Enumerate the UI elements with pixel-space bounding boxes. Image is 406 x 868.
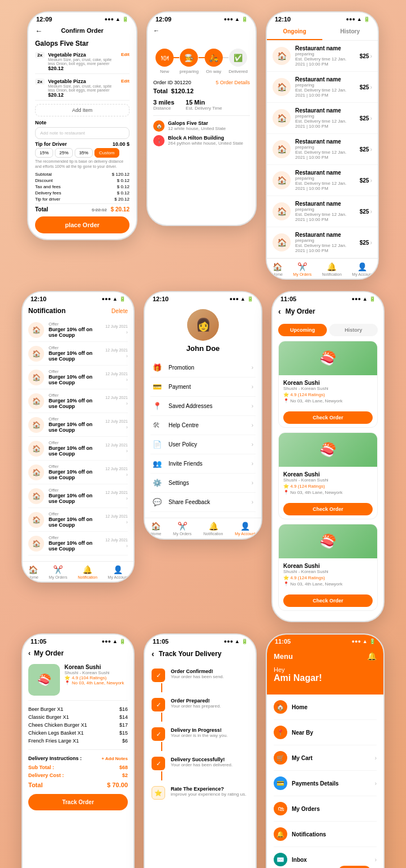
- settings-menu-item[interactable]: ⚙️ Settings ›: [150, 474, 256, 493]
- menu-item-payments[interactable]: 💳 Payments Details ›: [274, 771, 377, 796]
- status-bar-8: 11:05 ●●●▲🔋: [145, 635, 256, 646]
- help-centre-menu-item[interactable]: 🛠 Help Centre ›: [150, 416, 256, 435]
- notif-item[interactable]: 🏠 Offer Burger 10% off on use Coupp 12 J…: [28, 389, 128, 413]
- nav-notification-6[interactable]: 🔔Notification: [204, 522, 223, 536]
- note-label: Note: [35, 120, 129, 125]
- notif-item[interactable]: 🏠 Offer Burger 10% off on use Coupp 12 J…: [28, 461, 128, 484]
- notif-item[interactable]: 🏠 Offer Burger 10% off on use Coupp 12 J…: [28, 532, 128, 555]
- notif-item[interactable]: 🏠 Offer Burger 10% off on use Coupp 12 J…: [28, 508, 128, 532]
- bottom-nav-3: 🏠Home ✂️My Orders 🔔Notification 👤My Acco…: [267, 258, 378, 279]
- order-list-item[interactable]: 🏠 Restaurant name preparing Est. Deliver…: [267, 134, 378, 165]
- order-items-list: Beer Burger X1$16 Classic Burger X1$14 C…: [28, 705, 128, 745]
- track-order-button[interactable]: Track Order: [28, 794, 128, 810]
- order-list-item[interactable]: 🏠 Restaurant name preparing Est. Deliver…: [267, 103, 378, 134]
- back-icon-8[interactable]: ‹: [152, 649, 154, 658]
- menu-item-nearby[interactable]: 📍 Near By: [274, 720, 377, 745]
- order-item-2: 2x Vegetable Pizza Medium Size, pan, cru…: [35, 76, 129, 101]
- add-item-button[interactable]: Add Item: [35, 104, 129, 116]
- payment-menu-item[interactable]: 💳 Payment ›: [150, 377, 256, 397]
- place-order-button[interactable]: place Order: [35, 216, 129, 233]
- myorders-icon: 🛍: [274, 802, 287, 815]
- tab-ongoing[interactable]: Ongoing: [267, 24, 322, 40]
- back-icon-2[interactable]: ←: [153, 27, 159, 34]
- nav-myorders[interactable]: ✂️My Orders: [293, 262, 312, 276]
- phone-order-status: 12:09 ●●●▲🔋 ← 🍽 New 👨‍🍳 preparing: [146, 11, 257, 226]
- menu-item-cart[interactable]: 🛒 My Cart ›: [274, 745, 377, 771]
- order-list-item[interactable]: 🏠 Restaurant name preparing Est. Deliver…: [267, 165, 378, 196]
- note-input[interactable]: Add note to restaurant: [35, 127, 129, 139]
- item-qty-1: 2x: [35, 52, 45, 58]
- nav-home-4[interactable]: 🏠Home: [28, 565, 38, 579]
- back-icon-5[interactable]: ‹: [278, 307, 281, 316]
- promotion-menu-item[interactable]: 🎁 Promotion ›: [150, 358, 256, 377]
- order-list-item[interactable]: 🏠 Restaurant name preparing Est. Deliver…: [267, 41, 378, 72]
- tab-history-5[interactable]: History: [329, 324, 378, 336]
- time-stat: 15 Min Est. Delivery Time: [185, 99, 222, 111]
- promotion-icon: 🎁: [153, 363, 164, 372]
- tip-15[interactable]: 15%: [35, 148, 53, 158]
- nav-account-4[interactable]: 👤My Account: [108, 565, 128, 579]
- tip-35[interactable]: 35%: [75, 148, 93, 158]
- nav-account-6[interactable]: 👤My Account: [235, 522, 255, 536]
- tip-note: The recommended tip is base on delivery …: [35, 159, 129, 169]
- saved-addresses-menu-item[interactable]: 📍 Saved Addresses ›: [150, 397, 256, 416]
- menu-item-inbox[interactable]: ✉️ Inbox ›: [274, 847, 377, 868]
- edit-button-1[interactable]: Edit: [121, 52, 129, 57]
- phone-orders-list: 12:10 ●●●▲🔋 Ongoing History 🏠 Restaurant…: [266, 11, 379, 280]
- track-steps: ✓ Order Confirmed! Your order has been s…: [152, 669, 249, 800]
- bottom-nav-4: 🏠Home ✂️My Orders 🔔Notification 👤My Acco…: [23, 561, 133, 581]
- back-icon[interactable]: ←: [35, 27, 42, 35]
- menu-item-notifications[interactable]: 🔔 Notifications: [274, 822, 377, 847]
- track-step-5: ⭐ Rate The Experience? improve your expe…: [152, 786, 249, 800]
- avatar: 👩: [187, 309, 219, 341]
- menu-item-home[interactable]: 🏠 Home: [274, 695, 377, 720]
- add-notes-button[interactable]: + Add Notes: [101, 756, 128, 761]
- check-order-button-2[interactable]: Check Order: [283, 503, 373, 515]
- nav-notification-4[interactable]: 🔔Notification: [77, 565, 97, 579]
- bottom-nav-6: 🏠Home ✂️My Orders 🔔Notification 👤My Acco…: [145, 518, 261, 538]
- my-order-list-header: ‹ My Order: [28, 646, 128, 661]
- step-delivered: ✅: [229, 49, 247, 67]
- nav-account[interactable]: 👤My Account: [352, 262, 373, 276]
- notif-item[interactable]: 🏠 Offer Burger 10% off on use Coupp 12 J…: [28, 318, 128, 342]
- order-item-1: 2x Vegetable Pizza Medium Size, pan, cru…: [35, 50, 129, 74]
- phone-my-order-detail: 11:05 ●●●▲🔋 ‹ My Order 🍣 Korean Sushi Sh…: [21, 633, 135, 868]
- nearby-icon: 📍: [274, 726, 287, 739]
- notif-item[interactable]: 🏠 Offer Burger 10% off on use Coupp 12 J…: [28, 484, 128, 508]
- nav-home[interactable]: 🏠Home: [272, 262, 283, 276]
- nav-myorders-6[interactable]: ✂️My Orders: [173, 522, 192, 536]
- order-details-link[interactable]: 5 Order Details: [215, 80, 250, 85]
- share-feedback-menu-item[interactable]: 💬 Share Feedback ›: [150, 493, 256, 512]
- notif-item[interactable]: 🏠 Offer Burger 10% off on use Coupp 12 J…: [28, 342, 128, 366]
- notif-item[interactable]: 🏠 Offer Burger 10% off on use Coupp 12 J…: [28, 413, 128, 437]
- back-icon-7[interactable]: ‹: [28, 649, 31, 657]
- delete-button[interactable]: Delete: [111, 308, 128, 314]
- nav-notification[interactable]: 🔔Notification: [322, 262, 342, 276]
- order-list-item[interactable]: 🏠 Restaurant name preparing Est. Deliver…: [267, 227, 378, 258]
- check-order-button-1[interactable]: Check Order: [283, 411, 373, 424]
- tab-history[interactable]: History: [322, 24, 378, 40]
- tip-custom[interactable]: Custom: [94, 148, 119, 158]
- nav-myorders-4[interactable]: ✂️My Orders: [49, 565, 67, 579]
- check-order-button-3[interactable]: Check Order: [283, 594, 373, 607]
- order-list-item[interactable]: 🏠 Restaurant name preparing Est. Deliver…: [267, 196, 378, 227]
- user-policy-menu-item[interactable]: 📄 User Policy ›: [150, 435, 256, 454]
- tip-25[interactable]: 25%: [55, 148, 73, 158]
- nav-home-6[interactable]: 🏠Home: [150, 522, 161, 536]
- invite-friends-menu-item[interactable]: 👥 Invite Friends ›: [150, 454, 256, 474]
- settings-icon: ⚙️: [153, 479, 164, 487]
- bell-icon[interactable]: 🔔: [367, 652, 377, 661]
- feedback-icon: 💬: [153, 498, 164, 506]
- notif-item[interactable]: 🏠 Offer Burger 10% off on use Coupp 12 J…: [28, 366, 128, 389]
- menu-user-name: Ami Nagar!: [274, 673, 377, 683]
- notif-item[interactable]: 🏠 Offer Burger 10% off on use Coupp 12 J…: [28, 437, 128, 461]
- order-item-row: Chicken Legs Basket X1$15: [28, 729, 128, 737]
- my-order-list-title: My Order: [34, 649, 64, 657]
- order-list-item[interactable]: 🏠 Restaurant name preparing Est. Deliver…: [267, 72, 378, 103]
- tab-upcoming[interactable]: Upcoming: [278, 324, 327, 336]
- menu-item-myorders[interactable]: 🛍 My Orders: [274, 796, 377, 822]
- logout-button[interactable]: Logout: [338, 866, 372, 868]
- step-onway: 🛵: [205, 49, 223, 67]
- notification-title: Notification: [28, 307, 66, 315]
- edit-button-2[interactable]: Edit: [121, 79, 129, 84]
